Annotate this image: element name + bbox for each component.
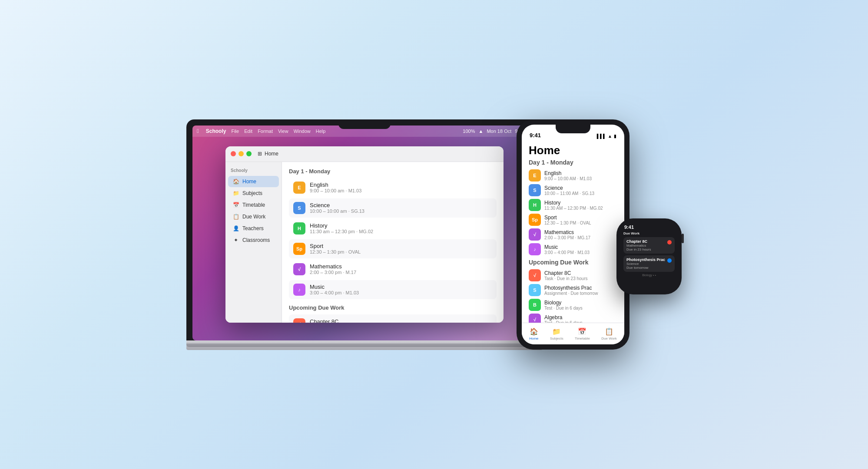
- history-icon: H: [293, 222, 305, 234]
- due-work-header: Upcoming Due Work: [289, 304, 497, 311]
- laptop-bezel:  Schooly File Edit Format View Window H…: [186, 119, 543, 340]
- devices-container:  Schooly File Edit Format View Window H…: [186, 119, 682, 350]
- sport-name: Sport: [310, 243, 492, 249]
- sidebar: Schooly 🏠 Home 📁 Subjects 📅: [225, 162, 282, 323]
- sport-icon: Sp: [293, 243, 305, 255]
- sidebar-item-home[interactable]: 🏠 Home: [228, 176, 279, 187]
- due-item-chapter8c[interactable]: √ Chapter 8C Task · Due in 23 hours ›: [289, 314, 497, 323]
- schedule-item-sport[interactable]: Sp Sport 12:30 – 1:30 pm · OVAL: [289, 239, 497, 258]
- science-icon: S: [293, 202, 305, 214]
- maths-time: 2:00 – 3:00 pm · M.17: [310, 270, 492, 275]
- window-body: Schooly 🏠 Home 📁 Subjects 📅: [225, 162, 504, 323]
- maths-icon: √: [293, 263, 305, 275]
- phone-schedule-maths[interactable]: √ Mathematics 2:00 – 3:00 PM · MG.17: [529, 228, 617, 241]
- apple-watch: 9:41 Due Work Chapter 8C Mathematics Due…: [616, 218, 682, 294]
- sidebar-item-subjects[interactable]: 📁 Subjects: [228, 188, 279, 199]
- phone-algebra-icon: √: [529, 314, 541, 323]
- window-title: ⊞ Home: [258, 151, 278, 157]
- phone-english-icon: E: [529, 169, 541, 182]
- science-name: Science: [310, 202, 492, 208]
- phone-page-title: Home: [529, 144, 617, 157]
- menubar-window[interactable]: Window: [294, 129, 311, 134]
- phone-due-section: Upcoming Due Work √ Chapter 8C Task · Du…: [529, 259, 617, 323]
- schedule-item-maths[interactable]: √ Mathematics 2:00 – 3:00 pm · M.17: [289, 260, 497, 279]
- phone-history-icon: H: [529, 199, 541, 211]
- maths-name: Mathematics: [310, 263, 492, 270]
- menubar-format[interactable]: Format: [258, 129, 273, 134]
- subjects-nav-icon: 📁: [232, 190, 239, 197]
- phone-chapter8c-icon: √: [529, 269, 541, 281]
- phone-due-biology[interactable]: B Biology Test · Due in 6 days: [529, 299, 617, 311]
- english-icon: E: [293, 182, 305, 194]
- phone-home-tab-icon: 🏠: [530, 327, 538, 336]
- watch-more-text: Biology • •: [623, 274, 675, 277]
- science-time: 10:00 – 10:00 am · SG.13: [310, 208, 492, 214]
- chapter8c-icon: √: [293, 318, 305, 323]
- phone-maths-icon: √: [529, 228, 541, 241]
- sport-time: 12:30 – 1:30 pm · OVAL: [310, 249, 492, 254]
- phone-science-icon: S: [529, 184, 541, 196]
- watch-crown: [682, 234, 684, 243]
- menubar-view[interactable]: View: [278, 129, 288, 134]
- schedule-item-science[interactable]: S Science 10:00 – 10:00 am · SG.13: [289, 198, 497, 218]
- phone-screen: 9:41 ▌▌▌ ▲ ▮ Home Day 1 - Monday E Engli…: [522, 125, 624, 344]
- schedule-item-music[interactable]: ♪ Music 3:00 – 4:00 pm · M1.03: [289, 280, 497, 299]
- phone-due-header: Upcoming Due Work: [529, 259, 617, 266]
- watch-blue-badge: [667, 258, 672, 263]
- close-button[interactable]: [231, 151, 236, 156]
- phone-schedule-music[interactable]: ♪ Music 3:00 – 4:00 PM · M1.03: [529, 243, 617, 255]
- phone-timetable-tab-icon: 📅: [578, 327, 586, 336]
- signal-icon: ▌▌▌: [597, 134, 606, 139]
- chapter8c-chevron: ›: [490, 321, 492, 323]
- schedule-item-english[interactable]: E English 9:00 – 10:00 am · M1.03: [289, 178, 497, 197]
- fullscreen-button[interactable]: [246, 151, 252, 156]
- watch-card-photosynthesis[interactable]: Photosynthesis Prac Science Due tomorrow: [623, 255, 675, 272]
- home-icon: ⊞: [258, 151, 262, 157]
- sidebar-item-teachers[interactable]: 👤 Teachers: [228, 223, 279, 234]
- phone-due-chapter8c[interactable]: √ Chapter 8C Task · Due in 23 hours: [529, 269, 617, 281]
- phone-tab-timetable[interactable]: 📅 Timetable: [575, 327, 590, 340]
- english-time: 9:00 – 10:00 am · M1.03: [310, 188, 492, 193]
- watch-content: Due Work Chapter 8C Mathematics Due in 2…: [620, 231, 678, 277]
- watch-time: 9:41: [624, 225, 634, 230]
- music-time: 3:00 – 4:00 pm · M1.03: [310, 290, 492, 295]
- phone-music-icon: ♪: [529, 243, 541, 255]
- menubar-date: Mon 18 Oct: [487, 129, 511, 134]
- menubar-edit[interactable]: Edit: [244, 129, 252, 134]
- sidebar-label: Schooly: [225, 166, 282, 175]
- music-name: Music: [310, 284, 492, 290]
- schedule-item-history[interactable]: H History 11:30 am – 12:30 pm · MG.02: [289, 219, 497, 238]
- phone-schedule-english[interactable]: E English 9:00 – 10:00 AM · M1.03: [529, 169, 617, 182]
- teachers-nav-icon: 👤: [232, 225, 239, 232]
- phone-tabbar: 🏠 Home 📁 Subjects 📅 Timetable 📋 Due Work: [522, 323, 624, 344]
- phone-due-algebra[interactable]: √ Algebra Test · Due in 6 days: [529, 314, 617, 323]
- phone-due-photosynthesis[interactable]: S Photosynthesis Prac Assignment · Due t…: [529, 284, 617, 296]
- phone-notch: [556, 125, 590, 133]
- menubar-file[interactable]: File: [231, 129, 239, 134]
- menubar-help[interactable]: Help: [316, 129, 326, 134]
- phone-tab-due-work[interactable]: 📋 Due Work: [601, 327, 616, 340]
- phone-content: Home Day 1 - Monday E English 9:00 – 10:…: [522, 140, 624, 323]
- watch-screen: 9:41 Due Work Chapter 8C Mathematics Due…: [620, 222, 678, 291]
- sidebar-item-classrooms[interactable]: ✦ Classrooms: [228, 234, 279, 246]
- watch-card-chapter8c[interactable]: Chapter 8C Mathematics Due in 23 hours: [623, 237, 675, 254]
- phone-photosynthesis-icon: S: [529, 284, 541, 296]
- phone-schedule-history[interactable]: H History 11:30 AM – 12:30 PM · MG.02: [529, 199, 617, 211]
- phone-schedule-science[interactable]: S Science 10:00 – 11:00 AM · SG.13: [529, 184, 617, 196]
- history-name: History: [310, 222, 492, 229]
- phone-subjects-tab-icon: 📁: [552, 327, 561, 336]
- due-work-nav-icon: 📋: [232, 213, 239, 220]
- phone-tab-subjects[interactable]: 📁 Subjects: [550, 327, 563, 340]
- phone-schedule-sport[interactable]: Sp Sport 12:30 – 1:30 PM · OVAL: [529, 214, 617, 226]
- menubar-left:  Schooly File Edit Format View Window H…: [197, 128, 325, 134]
- main-content: Day 1 - Monday E English 9:00 – 10:00 am…: [282, 162, 504, 323]
- window-titlebar: ⊞ Home: [225, 146, 504, 162]
- menubar-wifi-icon: ▲: [479, 129, 484, 134]
- phone-body: 9:41 ▌▌▌ ▲ ▮ Home Day 1 - Monday E Engli…: [517, 119, 629, 350]
- minimize-button[interactable]: [239, 151, 244, 156]
- sidebar-item-due-work[interactable]: 📋 Due Work: [228, 211, 279, 222]
- battery-icon: ▮: [614, 134, 616, 139]
- phone-status-icons: ▌▌▌ ▲ ▮: [597, 134, 616, 139]
- phone-tab-home[interactable]: 🏠 Home: [529, 327, 538, 340]
- sidebar-item-timetable[interactable]: 📅 Timetable: [228, 199, 279, 211]
